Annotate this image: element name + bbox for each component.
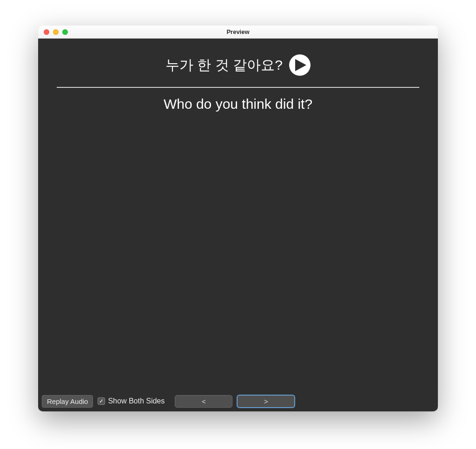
replay-audio-button[interactable]: Replay Audio [42,395,93,408]
prev-card-button[interactable]: < [175,395,232,408]
minimize-window-button[interactable] [53,29,59,35]
card-divider [57,87,419,88]
window-title: Preview [38,28,438,35]
close-window-button[interactable] [44,29,49,35]
show-both-sides-checkbox[interactable]: ✓ [98,397,105,405]
show-both-sides-label: Show Both Sides [108,397,165,405]
card-front-text: 누가 한 것 같아요? [165,56,283,75]
next-card-button[interactable]: > [237,395,295,408]
titlebar: Preview [38,26,438,39]
traffic-lights [38,29,68,35]
play-audio-button[interactable] [289,54,311,76]
play-icon [295,59,306,71]
card-back-text: Who do you think did it? [164,96,312,112]
card-area: 누가 한 것 같아요? Who do you think did it? [38,39,438,394]
show-both-sides-control: ✓ Show Both Sides [98,397,165,405]
preview-window: Preview 누가 한 것 같아요? Who do you think did… [38,26,438,411]
maximize-window-button[interactable] [62,29,68,35]
card-front-row: 누가 한 것 같아요? [165,54,311,76]
bottom-bar: Replay Audio ✓ Show Both Sides < > [38,394,438,411]
svg-marker-0 [295,59,306,71]
content-area: 누가 한 것 같아요? Who do you think did it? Rep… [38,39,438,411]
